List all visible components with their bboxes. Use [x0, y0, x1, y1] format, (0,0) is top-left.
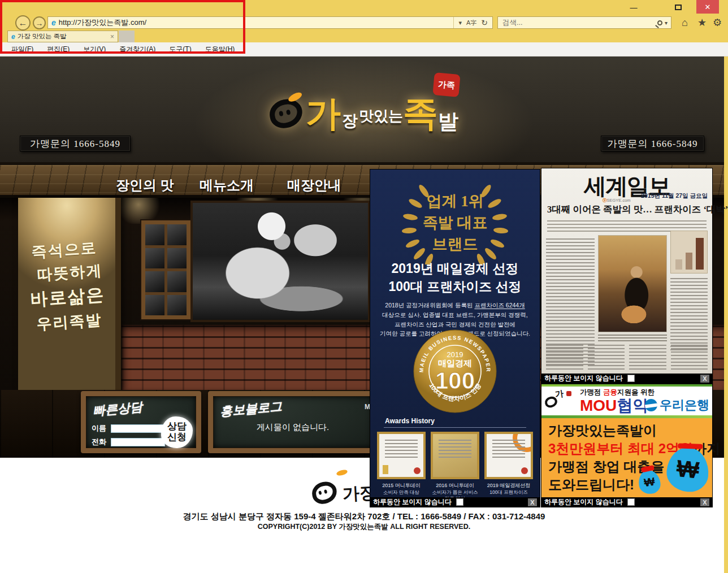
back-button[interactable]: ←: [15, 15, 31, 31]
award-body-line2: 대상으로 심사. 업종별 대표 브랜드, 가맹본부의 경쟁력,: [382, 311, 527, 318]
dismiss-checkbox[interactable]: [627, 375, 635, 382]
window-pane: [167, 224, 187, 245]
certificate-seal: [414, 467, 421, 474]
footer-copyright: COPYRIGHT(C)2012 BY 가장맛있는족발 ALL RIGHT RE…: [0, 522, 728, 532]
window-pane: [145, 224, 164, 245]
browser-tab[interactable]: e 가장 맛있는 족발 ×: [7, 31, 118, 42]
window-pane: [145, 248, 164, 269]
menu-file[interactable]: 파일(F): [11, 45, 33, 54]
award-rank-line2: 족발 대표: [370, 212, 540, 233]
maximize-button[interactable]: [669, 2, 687, 13]
wall-calligraphy: 즉석으로 따뜻하게 바로삶은 우리족발: [15, 235, 118, 337]
awards-history-divider: [384, 427, 526, 428]
segye-domain: SEGYE.com: [607, 198, 631, 203]
close-icon: ✕: [705, 3, 711, 11]
certificate-image: [431, 432, 479, 479]
minimize-icon: —: [630, 3, 638, 12]
back-icon: ←: [19, 18, 28, 28]
menu-favorites[interactable]: 즐겨찾기(A): [119, 45, 155, 54]
ie-page-icon: e: [51, 18, 56, 27]
consult-title: 빠른상담: [92, 398, 143, 420]
nav-store-guide[interactable]: 매장안내: [287, 176, 341, 194]
medal-year: 2019: [447, 350, 463, 359]
window-pane: [145, 271, 164, 292]
popup-close-button[interactable]: X: [700, 375, 709, 383]
award-popup-dismiss-bar: 하루동안 보이지 않습니다 X: [370, 497, 540, 507]
name-input[interactable]: [111, 424, 165, 433]
news-bottom-columns: [546, 345, 708, 370]
window-pane: [145, 295, 164, 316]
menu-edit[interactable]: 편집(E): [47, 45, 70, 54]
site-logo[interactable]: 가 장 맛있는 족 발 가족: [231, 71, 497, 156]
nav-menu-intro[interactable]: 메뉴소개: [200, 176, 254, 194]
search-box[interactable]: ▾: [497, 16, 671, 29]
close-button[interactable]: ✕: [696, 0, 719, 14]
new-tab-button[interactable]: [119, 31, 135, 42]
chart-bar: [675, 259, 682, 270]
search-dropdown-icon[interactable]: ▾: [665, 20, 668, 26]
loan-line2-red: 3천만원부터 최대 2억원: [548, 441, 693, 456]
window-pane: [167, 248, 187, 269]
address-bar[interactable]: e http://가장맛있는족발.com/ ▾ A字 ↻: [47, 16, 493, 29]
consult-name-row: 이름: [92, 423, 165, 433]
certificate-text-lines: [492, 440, 525, 459]
woori-bank-icon: [645, 399, 657, 411]
kitchen-photo: [190, 201, 370, 322]
search-icon[interactable]: [657, 20, 662, 25]
dismiss-checkbox[interactable]: [627, 498, 635, 506]
logo-char-jang: 장: [342, 113, 358, 129]
minimize-button[interactable]: —: [625, 2, 642, 13]
news-sidebar: [670, 231, 708, 351]
popup-close-button[interactable]: X: [528, 498, 537, 506]
ie-browser-window: — ✕ ← → e http://가장맛있는족발.com/ ▾ A字 ↻ ▾ ⌂: [0, 0, 728, 573]
footer-address: 경기도 성남시 분당구 정자동 159-4 젤존타워2차 702호 / TEL …: [0, 511, 728, 522]
refresh-icon[interactable]: ↻: [481, 18, 488, 27]
consult-submit-button[interactable]: 상담 신청: [161, 416, 193, 448]
franchise-phone-banner-left: 가맹문의 1666-5849: [20, 136, 131, 151]
tab-close-icon[interactable]: ×: [110, 33, 114, 41]
news-column: [546, 345, 583, 370]
quick-consult-board: 빠른상담 이름 전화 상담 신청: [81, 391, 201, 453]
award-body-underlined: 프랜차이즈 6244개: [474, 302, 525, 309]
forward-button[interactable]: →: [33, 16, 46, 29]
blog-title: 홍보블로그: [219, 398, 283, 420]
won-symbol: ₩: [675, 455, 700, 484]
menu-help[interactable]: 도움말(H): [205, 45, 235, 54]
loan-banner-popup: 가 가맹점 금융지원을 위한 MOU협약 우리은행 가장맛있는족발이 3천만원부…: [541, 384, 712, 507]
browser-chrome: — ✕ ← → e http://가장맛있는족발.com/ ▾ A字 ↻ ▾ ⌂: [0, 0, 728, 57]
newspaper-date: 2015년 11월 27일 금요일: [641, 192, 708, 200]
certificate-caption-line1: 2015 머니투데이: [377, 483, 426, 489]
search-input[interactable]: [498, 19, 657, 27]
medal-number: 100: [435, 367, 475, 394]
loan-popup-dismiss-bar: 하루동안 보이지 않습니다 X: [541, 497, 712, 507]
home-icon[interactable]: ⌂: [682, 17, 688, 28]
maeil-100-medal: MAEIL BUSINESS NEWSPAPER 100대 프랜차이즈 인증 2…: [413, 329, 497, 414]
news-photo: [598, 235, 667, 332]
tab-title[interactable]: 가장 맛있는 족발: [18, 32, 108, 41]
news-popup-dismiss-bar: 하루동안 보이지 않습니다 X: [541, 374, 712, 383]
certificates-row: 2015 머니투데이 소비자 만족 대상 2016 머니투데이 소비자가 뽑은 …: [377, 432, 533, 502]
browser-right-border: [724, 57, 728, 573]
menu-view[interactable]: 보기(V): [83, 45, 106, 54]
consult-phone-row: 전화: [92, 437, 165, 447]
favorites-star-icon[interactable]: ★: [697, 17, 707, 28]
dismiss-label: 하루동안 보이지 않습니다: [373, 497, 452, 507]
certificate-image: [484, 432, 533, 479]
promo-blog-board: 홍보블로그 M 게시물이 없습니다.: [208, 391, 378, 453]
phone-input[interactable]: [111, 438, 165, 446]
autocomplete-dropdown-icon[interactable]: ▾: [458, 19, 462, 27]
dismiss-checkbox[interactable]: [456, 498, 463, 506]
compatibility-view-icon[interactable]: A字: [466, 19, 476, 27]
consult-submit-line2: 신청: [167, 432, 187, 443]
menu-tools[interactable]: 도구(T): [169, 45, 191, 54]
nav-artisan-taste[interactable]: 장인의 맛: [116, 176, 174, 194]
medal-brand: 매일경제: [438, 358, 472, 368]
window-titlebar[interactable]: — ✕: [0, 0, 728, 15]
blog-more-button[interactable]: M: [365, 403, 370, 411]
award-title-line1: 2019년 매일경제 선정: [370, 260, 540, 277]
settings-gear-icon[interactable]: ⚙: [713, 17, 722, 28]
url-text[interactable]: http://가장맛있는족발.com/: [59, 18, 146, 28]
certificate-seal: [521, 467, 528, 474]
popup-close-button[interactable]: X: [700, 498, 709, 506]
won-symbol: ₩: [643, 475, 656, 489]
